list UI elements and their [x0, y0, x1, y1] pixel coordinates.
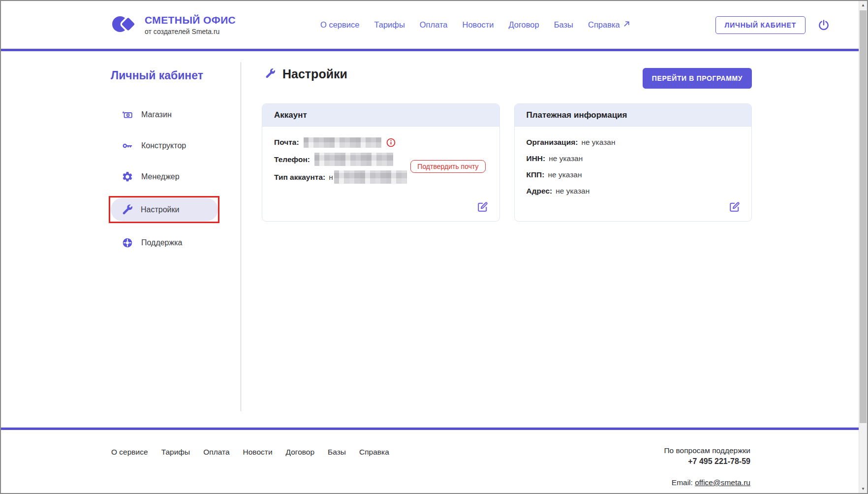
sidebar-item-support[interactable]: Поддержка — [111, 231, 218, 254]
field-address-value: не указан — [556, 187, 589, 196]
external-link-icon — [622, 20, 631, 30]
footer: О сервисе Тарифы Оплата Новости Договор … — [1, 428, 859, 493]
sidebar-item-label: Конструктор — [141, 141, 186, 150]
nav-link-about[interactable]: О сервисе — [320, 20, 359, 30]
field-kpp-value: не указан — [548, 170, 582, 179]
field-account-type-label: Тип аккаунта: — [274, 173, 325, 182]
account-card: Аккаунт Почта: — [262, 103, 500, 222]
sidebar: Личный кабинет Магазин — [111, 51, 241, 262]
wrench-icon — [122, 204, 133, 215]
content-header: Настройки ПЕРЕЙТИ В ПРОГРАММУ — [262, 51, 752, 89]
sidebar-item-label: Настройки — [141, 205, 179, 214]
main-content: Настройки ПЕРЕЙТИ В ПРОГРАММУ Аккаунт По… — [262, 51, 752, 222]
sidebar-divider — [241, 62, 241, 411]
logo-text: СМЕТНЫЙ ОФИС от создателей Smeta.ru — [145, 14, 236, 35]
sidebar-title: Личный кабинет — [111, 69, 241, 82]
support-phone: +7 495 221-78-59 — [664, 457, 750, 466]
nav-link-bases[interactable]: Базы — [554, 20, 573, 30]
annotation-highlight-box: Настройки — [109, 196, 219, 223]
field-phone-label: Телефон: — [274, 155, 310, 164]
sidebar-menu: Магазин Конструктор Ме — [111, 103, 241, 254]
power-icon — [817, 26, 830, 33]
email-label: Email: — [672, 478, 693, 487]
sidebar-item-constructor[interactable]: Конструктор — [111, 134, 218, 157]
top-nav: О сервисе Тарифы Оплата Новости Договор … — [236, 20, 715, 30]
confirm-email-button[interactable]: Подтвердить почту — [410, 160, 485, 173]
payment-card: Платежная информация Организация: не ука… — [514, 103, 752, 222]
gear-icon — [122, 171, 133, 183]
logo-title: СМЕТНЫЙ ОФИС — [145, 14, 236, 26]
nav-link-help[interactable]: Справка — [588, 20, 631, 30]
edit-icon — [476, 207, 489, 215]
field-organization: Организация: не указан — [527, 136, 740, 148]
sidebar-item-settings[interactable]: Настройки — [111, 198, 218, 221]
payment-card-title: Платежная информация — [515, 104, 752, 127]
account-card-title: Аккаунт — [262, 104, 499, 127]
phone-redacted-value — [314, 153, 393, 166]
field-address-label: Адрес: — [527, 187, 553, 196]
nav-link-tariffs[interactable]: Тарифы — [374, 20, 404, 30]
scrollbar-up-arrow[interactable]: ▲ — [859, 1, 867, 9]
support-label: По вопросам поддержки — [664, 446, 750, 455]
field-email-label: Почта: — [274, 138, 299, 147]
footer-link-bases[interactable]: Базы — [328, 448, 346, 457]
support-email-row: Email: office@smeta.ru — [664, 478, 750, 487]
sidebar-item-label: Магазин — [141, 110, 172, 119]
footer-link-help[interactable]: Справка — [359, 448, 389, 457]
field-organization-value: не указан — [581, 138, 615, 147]
field-email: Почта: — [274, 136, 488, 148]
logo-icon — [111, 13, 138, 37]
footer-link-tariffs[interactable]: Тарифы — [161, 448, 190, 457]
go-to-program-button[interactable]: ПЕРЕЙТИ В ПРОГРАММУ — [643, 68, 752, 89]
page-title-text: Настройки — [282, 67, 347, 81]
top-header: СМЕТНЫЙ ОФИС от создателей Smeta.ru О се… — [1, 1, 859, 51]
scrollbar-down-arrow[interactable]: ▼ — [859, 485, 867, 493]
account-type-value-prefix: н — [329, 173, 333, 182]
field-kpp: КПП: не указан — [527, 169, 740, 181]
footer-link-about[interactable]: О сервисе — [111, 448, 148, 457]
personal-cabinet-button[interactable]: ЛИЧНЫЙ КАБИНЕТ — [715, 16, 806, 34]
key-icon — [122, 140, 133, 152]
nav-link-news[interactable]: Новости — [463, 20, 494, 30]
footer-link-news[interactable]: Новости — [243, 448, 273, 457]
banknote-icon — [122, 109, 133, 121]
logout-button[interactable] — [817, 19, 830, 32]
sidebar-item-label: Менеджер — [141, 172, 180, 181]
footer-link-contract[interactable]: Договор — [286, 448, 315, 457]
sidebar-item-manager[interactable]: Менеджер — [111, 165, 218, 188]
support-email-link[interactable]: office@smeta.ru — [695, 478, 750, 487]
header-right-group: ЛИЧНЫЙ КАБИНЕТ — [715, 16, 830, 34]
scrollbar-thumb[interactable] — [860, 10, 867, 423]
field-inn: ИНН: не указан — [527, 153, 740, 165]
field-kpp-label: КПП: — [527, 170, 545, 179]
email-redacted-value — [304, 137, 381, 148]
logo[interactable]: СМЕТНЫЙ ОФИС от создателей Smeta.ru — [111, 13, 236, 37]
footer-link-payment[interactable]: Оплата — [203, 448, 229, 457]
payment-card-body: Организация: не указан ИНН: не указан КП… — [515, 127, 752, 197]
footer-support-block: По вопросам поддержки +7 495 221-78-59 E… — [664, 446, 750, 487]
account-type-redacted-value — [334, 170, 407, 184]
nav-link-payment[interactable]: Оплата — [420, 20, 448, 30]
logo-subtitle: от создателей Smeta.ru — [145, 28, 236, 35]
edit-payment-button[interactable] — [727, 200, 742, 214]
lifebuoy-icon — [122, 237, 133, 249]
sidebar-item-shop[interactable]: Магазин — [111, 103, 218, 126]
cards-row: Аккаунт Почта: — [262, 103, 752, 222]
scrollbar-track[interactable] — [859, 9, 867, 485]
sidebar-item-label: Поддержка — [141, 238, 182, 247]
field-inn-label: ИНН: — [527, 154, 546, 163]
field-address: Адрес: не указан — [527, 185, 740, 197]
page-title: Настройки — [265, 67, 347, 81]
edit-account-button[interactable] — [475, 200, 490, 214]
footer-nav: О сервисе Тарифы Оплата Новости Договор … — [111, 448, 389, 457]
app-window: СМЕТНЫЙ ОФИС от создателей Smeta.ru О се… — [0, 0, 868, 494]
info-icon[interactable] — [386, 137, 396, 148]
field-organization-label: Организация: — [527, 138, 578, 147]
nav-link-help-label: Справка — [588, 20, 620, 30]
account-card-body: Почта: Телефон: — [262, 127, 499, 184]
wrench-icon — [265, 68, 276, 81]
edit-icon — [728, 207, 741, 215]
field-inn-value: не указан — [549, 154, 583, 163]
nav-link-contract[interactable]: Договор — [508, 20, 539, 30]
vertical-scrollbar[interactable]: ▲ ▼ — [859, 1, 867, 493]
